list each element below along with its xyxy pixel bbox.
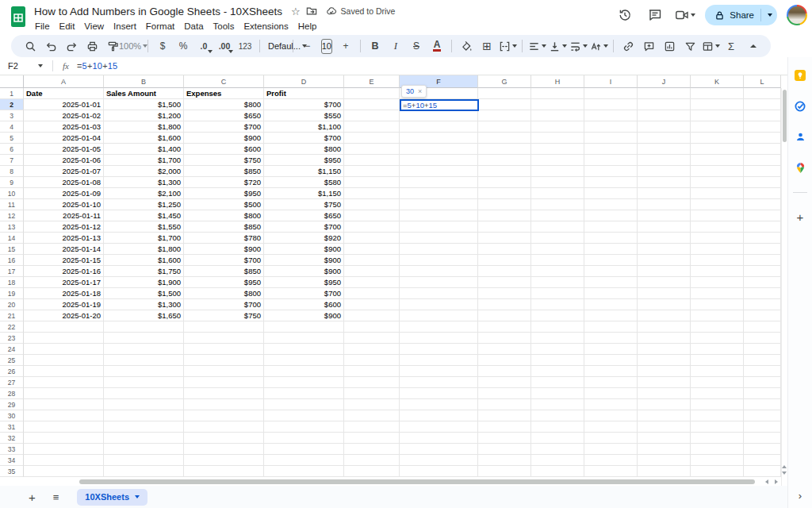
bold-button[interactable]: B <box>366 37 385 56</box>
cell-E23[interactable] <box>344 333 400 344</box>
row-header-5[interactable]: 5 <box>0 133 24 144</box>
cell-H35[interactable] <box>531 466 584 477</box>
cell-D35[interactable] <box>264 466 344 477</box>
cell-C25[interactable] <box>184 355 264 366</box>
cell-A30[interactable] <box>24 410 104 421</box>
cell-B20[interactable]: $1,300 <box>104 299 184 310</box>
cell-D12[interactable]: $650 <box>264 210 344 221</box>
cell-J10[interactable] <box>638 188 691 199</box>
column-header-i[interactable]: I <box>584 75 638 88</box>
cell-C34[interactable] <box>184 455 264 466</box>
column-header-a[interactable]: A <box>24 75 104 88</box>
cell-A34[interactable] <box>24 455 104 466</box>
increase-decimal-button[interactable]: .00 <box>215 37 234 56</box>
cell-F28[interactable] <box>400 388 478 399</box>
row-header-4[interactable]: 4 <box>0 121 24 133</box>
cell-C26[interactable] <box>184 366 264 377</box>
cell-F24[interactable] <box>400 344 478 355</box>
cell-H4[interactable] <box>531 121 584 133</box>
cell-F6[interactable] <box>400 144 478 155</box>
cell-C20[interactable]: $700 <box>184 299 264 310</box>
meet-call-control[interactable] <box>675 8 695 22</box>
cell-E2[interactable] <box>344 99 400 110</box>
cell-J23[interactable] <box>638 333 691 344</box>
cell-I24[interactable] <box>584 344 638 355</box>
functions-button[interactable]: Σ <box>722 37 741 56</box>
cell-C11[interactable]: $500 <box>184 199 264 210</box>
cell-K32[interactable] <box>691 433 744 444</box>
cell-I21[interactable] <box>584 310 638 321</box>
cell-I12[interactable] <box>584 210 638 221</box>
cell-I19[interactable] <box>584 288 638 299</box>
cell-B13[interactable]: $1,550 <box>104 221 184 233</box>
cell-H10[interactable] <box>531 188 584 199</box>
cell-G22[interactable] <box>478 321 531 333</box>
cell-C15[interactable]: $900 <box>184 244 264 255</box>
row-header-17[interactable]: 17 <box>0 266 24 277</box>
cell-I3[interactable] <box>584 110 638 121</box>
cell-G13[interactable] <box>478 221 531 233</box>
cell-L34[interactable] <box>744 455 781 466</box>
cell-F13[interactable] <box>400 221 478 233</box>
cell-L20[interactable] <box>744 299 781 310</box>
cell-G8[interactable] <box>478 166 531 177</box>
cell-H8[interactable] <box>531 166 584 177</box>
cell-B25[interactable] <box>104 355 184 366</box>
cell-I27[interactable] <box>584 377 638 388</box>
cell-D21[interactable]: $900 <box>264 310 344 321</box>
cell-D18[interactable]: $950 <box>264 277 344 288</box>
cell-A15[interactable]: 2025-01-14 <box>24 244 104 255</box>
cell-J35[interactable] <box>638 466 691 477</box>
cell-K28[interactable] <box>691 388 744 399</box>
cell-G31[interactable] <box>478 421 531 433</box>
cell-H18[interactable] <box>531 277 584 288</box>
sheets-logo-icon[interactable] <box>9 6 28 28</box>
cell-G3[interactable] <box>478 110 531 121</box>
format-currency-button[interactable]: $ <box>153 37 172 56</box>
row-header-7[interactable]: 7 <box>0 155 24 166</box>
menu-insert[interactable]: Insert <box>109 21 141 32</box>
cell-H26[interactable] <box>531 366 584 377</box>
cell-B6[interactable]: $1,400 <box>104 144 184 155</box>
cell-K26[interactable] <box>691 366 744 377</box>
cell-I7[interactable] <box>584 155 638 166</box>
cell-L1[interactable] <box>744 88 781 99</box>
cell-D19[interactable]: $700 <box>264 288 344 299</box>
close-icon[interactable]: × <box>418 87 422 95</box>
cell-A12[interactable]: 2025-01-11 <box>24 210 104 221</box>
cell-L30[interactable] <box>744 410 781 421</box>
cell-C19[interactable]: $800 <box>184 288 264 299</box>
cell-J19[interactable] <box>638 288 691 299</box>
cell-E22[interactable] <box>344 321 400 333</box>
column-header-j[interactable]: J <box>638 75 691 88</box>
cell-E16[interactable] <box>344 255 400 266</box>
column-header-l[interactable]: L <box>744 75 781 88</box>
cell-K21[interactable] <box>691 310 744 321</box>
decrease-decimal-button[interactable]: .0 <box>194 37 213 56</box>
cell-G1[interactable] <box>478 88 531 99</box>
cell-I34[interactable] <box>584 455 638 466</box>
cell-E14[interactable] <box>344 233 400 244</box>
cell-B17[interactable]: $1,750 <box>104 266 184 277</box>
cell-A1[interactable]: Date <box>24 88 104 99</box>
cell-I31[interactable] <box>584 421 638 433</box>
cell-H5[interactable] <box>531 133 584 144</box>
cell-A6[interactable]: 2025-01-05 <box>24 144 104 155</box>
cell-I6[interactable] <box>584 144 638 155</box>
cell-H27[interactable] <box>531 377 584 388</box>
cell-J14[interactable] <box>638 233 691 244</box>
cell-I11[interactable] <box>584 199 638 210</box>
cell-H21[interactable] <box>531 310 584 321</box>
cell-H15[interactable] <box>531 244 584 255</box>
sheet-tab-menu-icon[interactable] <box>135 495 140 498</box>
cell-C21[interactable]: $750 <box>184 310 264 321</box>
cell-G23[interactable] <box>478 333 531 344</box>
column-header-h[interactable]: H <box>531 75 584 88</box>
cell-L18[interactable] <box>744 277 781 288</box>
cell-G16[interactable] <box>478 255 531 266</box>
cell-H3[interactable] <box>531 110 584 121</box>
cell-J13[interactable] <box>638 221 691 233</box>
cell-A7[interactable]: 2025-01-06 <box>24 155 104 166</box>
cell-G4[interactable] <box>478 121 531 133</box>
cell-J17[interactable] <box>638 266 691 277</box>
